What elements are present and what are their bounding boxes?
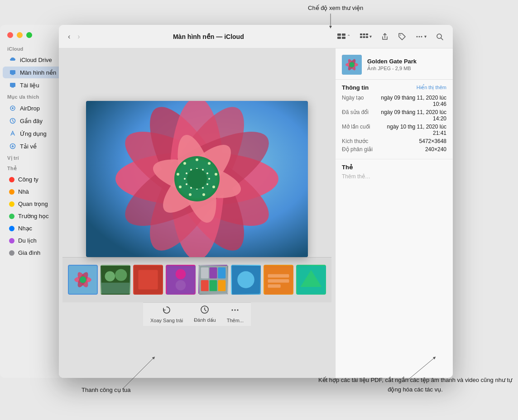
svg-rect-10 (337, 37, 341, 39)
icloud-drive-label: iCloud Drive (20, 57, 52, 63)
maximize-button[interactable] (26, 32, 32, 38)
svg-rect-76 (210, 280, 217, 291)
inspector-panel: Golden Gate Park Ảnh JPEG - 2,9 MB Thông… (335, 48, 453, 378)
markup-button[interactable]: Đánh dấu (194, 305, 216, 323)
svg-point-5 (12, 107, 14, 109)
thumbnail-1[interactable] (68, 265, 98, 295)
thumbnail-8[interactable] (296, 265, 326, 295)
file-type: Ảnh JPEG - 2,9 MB (367, 66, 417, 72)
more-tools-icon (230, 305, 240, 317)
nha-dot (9, 189, 14, 195)
svg-point-69 (176, 269, 186, 280)
du-lich-dot (9, 238, 14, 243)
tai-lieu-label: Tài liệu (20, 82, 39, 89)
inspector-tags-section: Thẻ Thêm thẻ… (336, 159, 453, 184)
label-ngay-tao: Ngày tạo (342, 95, 364, 107)
grid-view-button[interactable]: ▾ (357, 31, 374, 42)
svg-point-48 (206, 183, 208, 185)
svg-rect-81 (268, 274, 289, 278)
annotation-library-view: Chế độ xem thư viện (308, 4, 363, 13)
rotate-left-button[interactable]: Xoay Sang trái (150, 305, 183, 323)
svg-rect-12 (360, 33, 362, 35)
svg-rect-0 (10, 70, 15, 74)
row-mo-lan-cuoi: Mở lần cuối ngày 10 thg 11, 2020 lúc 21:… (342, 124, 446, 136)
nhac-label: Nhạc (18, 225, 32, 232)
close-button[interactable] (7, 32, 13, 38)
annotation-combine-tools: Kết hợp các tài liệu PDF, cắt ngắn các t… (312, 376, 518, 395)
truong-hoc-label: Trường học (18, 213, 49, 220)
thumbnail-4[interactable] (166, 265, 196, 295)
row-da-sua-doi: Đã sửa đổi ngày 09 tháng 11, 2020 lúc 14… (342, 109, 446, 122)
svg-point-61 (79, 276, 86, 283)
svg-rect-17 (366, 36, 368, 38)
svg-rect-3 (11, 87, 14, 88)
thumbnail-2[interactable] (101, 265, 130, 295)
svg-point-38 (212, 186, 215, 188)
thumbnail-3[interactable] (133, 265, 163, 295)
forward-button[interactable]: › (75, 31, 82, 43)
svg-point-18 (400, 34, 401, 35)
annotation-thumbnail-strip: Thanh công cụ tua (82, 386, 130, 395)
inspector-section-header: Thông tin Hiển thị thêm (342, 84, 446, 91)
gia-dinh-dot (9, 250, 14, 256)
info-section-title: Thông tin (342, 84, 369, 91)
minimize-button[interactable] (17, 32, 23, 38)
svg-point-41 (179, 186, 182, 188)
svg-rect-15 (360, 36, 362, 38)
gan-day-icon (9, 117, 16, 124)
nav-buttons: ‹ › (65, 31, 83, 43)
svg-point-35 (196, 158, 198, 161)
svg-point-64 (105, 271, 115, 282)
value-da-sua-doi: ngày 09 tháng 11, 2020 lúc 14:20 (379, 109, 446, 122)
rotate-left-icon (162, 305, 171, 317)
tag-button[interactable] (395, 31, 409, 43)
airdrop-label: AirDrop (20, 105, 40, 112)
thumbnail-strip (62, 257, 331, 302)
thumbnail-7[interactable] (264, 265, 293, 295)
tai-lieu-icon (9, 81, 16, 89)
more-tools-label: Thêm... (227, 318, 244, 323)
svg-rect-14 (366, 33, 368, 35)
svg-point-47 (208, 178, 210, 180)
icloud-drive-icon (9, 56, 16, 63)
preview-image[interactable] (86, 101, 308, 257)
svg-point-37 (215, 173, 217, 176)
share-button[interactable] (378, 31, 392, 43)
search-button[interactable] (433, 31, 446, 43)
markup-icon (200, 305, 209, 316)
svg-rect-74 (218, 267, 225, 278)
thumbnail-5[interactable] (198, 265, 228, 295)
svg-point-42 (177, 173, 179, 176)
man-hinh-nen-icon (9, 69, 16, 76)
inspector-info-section: Thông tin Hiển thị thêm Ngày tạo ngày 09… (336, 80, 453, 159)
thumbnail-toolbar: Xoay Sang trái Đánh dấu (143, 302, 251, 326)
svg-point-52 (186, 183, 187, 185)
svg-point-53 (184, 178, 186, 180)
value-mo-lan-cuoi: ngày 10 thg 11, 2020 lúc 21:41 (379, 124, 446, 136)
nha-label: Nhà (18, 188, 29, 195)
show-more-link[interactable]: Hiển thị thêm (417, 85, 446, 91)
file-name: Golden Gate Park (367, 58, 417, 65)
svg-rect-82 (268, 279, 289, 283)
view-mode-button[interactable]: ⌃ (334, 31, 353, 42)
svg-rect-9 (342, 33, 345, 36)
svg-point-19 (417, 36, 418, 37)
svg-point-21 (421, 36, 422, 37)
main-view-container: Xoay Sang trái Đánh dấu (59, 48, 335, 378)
gia-dinh-label: Gia đình (18, 249, 40, 256)
more-tools-button[interactable]: Thêm... (227, 305, 244, 323)
more-button[interactable]: ▾ (412, 31, 429, 43)
tai-ve-label: Tải về (20, 143, 37, 150)
cong-ty-label: Công ty (18, 176, 38, 183)
back-button[interactable]: ‹ (65, 31, 73, 43)
svg-rect-2 (10, 83, 15, 87)
label-do-phan-giai: Độ phân giải (342, 146, 373, 153)
man-hinh-nen-label: Màn hình nền (20, 69, 56, 76)
tags-input[interactable]: Thêm thẻ… (342, 173, 446, 180)
svg-point-43 (183, 162, 186, 165)
row-ngay-tao: Ngày tạo ngày 09 tháng 11, 2020 lúc 10:4… (342, 95, 446, 107)
thumbnail-6[interactable] (231, 265, 261, 295)
svg-point-79 (237, 271, 254, 288)
svg-rect-75 (201, 280, 209, 291)
svg-point-70 (176, 280, 186, 291)
